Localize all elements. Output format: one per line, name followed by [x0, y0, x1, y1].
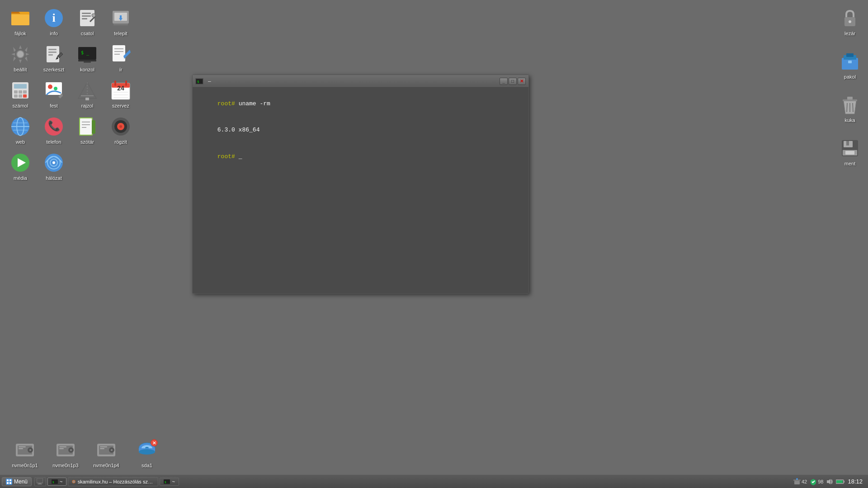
lezar-label: lezár [844, 31, 855, 36]
desktop-icon-rogzit[interactable]: rögzít [105, 113, 137, 147]
svg-rect-78 [843, 99, 857, 101]
svg-rect-76 [846, 53, 854, 57]
desktop-icon-kuka[interactable]: kuka [834, 91, 866, 126]
desktop-icon [37, 479, 43, 485]
svg-rect-85 [846, 141, 849, 145]
desktop-icon-szervez[interactable]: 24 szervez [105, 77, 137, 111]
svg-point-99 [70, 449, 72, 451]
svg-point-36 [54, 87, 57, 90]
telefon-icon: 📞 [43, 116, 65, 137]
terminal-title-text: – [206, 78, 500, 84]
sda1-eject-badge: ✕ [151, 439, 158, 446]
desktop-icon-lezar[interactable]: lezár [834, 5, 866, 39]
svg-rect-106 [100, 446, 107, 447]
rogzit-icon [110, 116, 132, 137]
desktop-icon-sda1[interactable]: ✕ sda1 [131, 436, 163, 471]
terminal-line-1: root# uname -rm [196, 90, 525, 117]
svg-rect-7 [82, 18, 87, 19]
bealllt-icon [9, 43, 31, 65]
start-label: Menü [14, 479, 28, 485]
web-icon [9, 116, 31, 137]
desktop-icon-nvme0n1p1[interactable]: nvme0n1p1 [9, 436, 41, 471]
close-button[interactable]: ✕ [518, 78, 526, 85]
desktop-icon-pakol[interactable]: pakol [834, 48, 866, 82]
taskbar: Menü $ ~ skamilinux.hu – Hozzászólás sze… [0, 474, 868, 488]
desktop-icon-nvme0n1p3[interactable]: nvme0n1p3 [50, 436, 81, 471]
szamol-icon [9, 80, 31, 101]
minimize-button[interactable]: _ [500, 78, 508, 85]
desktop-icon-ir[interactable]: ír [105, 41, 137, 75]
svg-rect-101 [59, 448, 64, 449]
svg-rect-6 [82, 15, 91, 17]
desktop-icon-ment[interactable]: ment [834, 135, 866, 169]
csatol-label: csatol [81, 31, 94, 36]
taskbar-item-firefox[interactable]: skamilinux.hu – Hozzászólás szerkesztése… [68, 477, 158, 486]
svg-rect-129 [793, 480, 801, 480]
svg-rect-29 [19, 90, 22, 94]
battery-tray-icon [836, 479, 845, 484]
tray-shield[interactable]: 98 [810, 478, 823, 485]
terminal-content[interactable]: root# uname -rm 6.3.0 x86_64 root# _ [193, 88, 528, 293]
terminal-title-icon: $ [195, 78, 203, 84]
svg-text:$ _: $ _ [81, 50, 90, 56]
start-button[interactable]: Menü [2, 477, 32, 486]
svg-rect-117 [9, 482, 11, 484]
terminal-task-icon: $ [52, 479, 58, 484]
svg-rect-120 [38, 484, 42, 484]
terminal-line-3: root# _ [196, 143, 525, 170]
taskbar-terminal-label: ~ [60, 479, 62, 484]
svg-rect-22 [113, 45, 125, 61]
nvme0n1p4-label: nvme0n1p4 [93, 463, 119, 468]
desktop-icon-rajzol[interactable]: rajzol [71, 77, 103, 111]
desktop-icon-szerkeszt[interactable]: szerkeszt [38, 41, 70, 75]
tray-volume[interactable] [826, 478, 833, 485]
ir-label: ír [119, 67, 123, 72]
desktop-icon-fest[interactable]: fest [38, 77, 70, 111]
svg-rect-17 [48, 54, 53, 56]
taskbar-item-terminal[interactable]: $ ~ [47, 478, 66, 486]
fajlok-label: fájlok [14, 31, 26, 36]
svg-rect-57 [80, 118, 92, 135]
info-label: info [50, 31, 58, 36]
svg-rect-95 [19, 448, 23, 449]
desktop-icon-fajlok[interactable]: fájlok [5, 5, 36, 39]
desktop-icon-csatol[interactable]: csatol [71, 5, 103, 39]
terminal-line-2: 6.3.0 x86_64 [196, 117, 525, 144]
svg-rect-16 [48, 52, 57, 53]
media-icon [9, 152, 31, 174]
desktop-icon-szotar[interactable]: szótár [71, 113, 103, 147]
maximize-button[interactable]: □ [509, 78, 517, 85]
svg-rect-77 [848, 61, 852, 63]
tray-network[interactable]: 42 [793, 478, 807, 485]
tray-clock[interactable]: 18:12 [848, 478, 863, 485]
svg-text:📞: 📞 [48, 120, 61, 132]
desktop-icon-halozat[interactable]: hálózat [38, 149, 70, 183]
terminal-titlebar[interactable]: $ – _ □ ✕ [193, 75, 528, 88]
taskbar-item-shell[interactable]: $ ~ [160, 478, 179, 486]
svg-rect-44 [125, 80, 127, 86]
svg-rect-134 [836, 480, 843, 483]
desktop-icon-info[interactable]: i info [38, 5, 70, 39]
desktop-icon-telefon[interactable]: 📞 telefon [38, 113, 70, 147]
desktop-icon-web[interactable]: web [5, 113, 36, 147]
desktop-icon-telepit[interactable]: telepit [105, 5, 137, 39]
svg-rect-1 [11, 14, 29, 25]
desktop-icon-media[interactable]: média [5, 149, 36, 183]
desktop-icon-szamol[interactable]: számol [5, 77, 36, 111]
telepit-label: telepit [114, 31, 127, 36]
tray-battery[interactable] [836, 479, 845, 484]
show-desktop-button[interactable] [34, 477, 46, 486]
desktop-icon-bealllt[interactable]: beállít [5, 41, 36, 75]
ment-label: ment [844, 161, 855, 166]
terminal-window: $ – _ □ ✕ root# uname -rm 6.3.0 x86_64 r… [192, 75, 529, 294]
desktop-icon-nvme0n1p4[interactable]: nvme0n1p4 [90, 436, 122, 471]
szervez-icon: 24 [110, 80, 132, 101]
volume-tray-icon [826, 478, 833, 485]
svg-rect-107 [100, 448, 104, 449]
sda1-icon: ✕ [136, 439, 158, 461]
nvme0n1p4-icon [95, 439, 117, 461]
desktop-icon-konzol[interactable]: $ _ konzol [71, 41, 103, 75]
shield-tray-icon [810, 478, 817, 485]
szotar-icon [76, 116, 98, 137]
svg-rect-119 [38, 483, 41, 484]
